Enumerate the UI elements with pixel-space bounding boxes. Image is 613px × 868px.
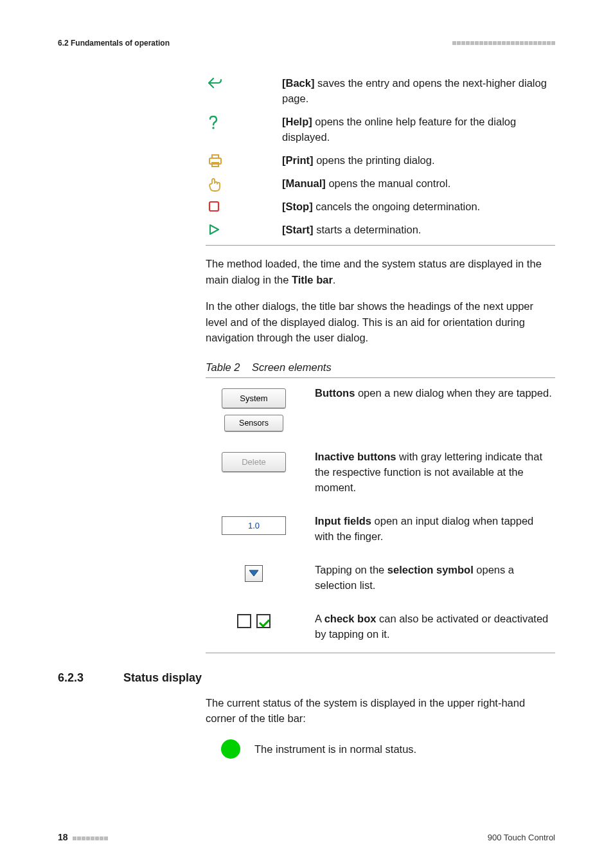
- chevron-down-icon: [249, 570, 259, 577]
- page-number: 18: [58, 832, 68, 842]
- buttons-desc: open a new dialog when they are tapped.: [355, 387, 551, 399]
- print-desc: opens the printing dialog.: [314, 154, 435, 166]
- table-row: A check box can also be activated or dea…: [206, 604, 555, 653]
- buttons-term: Buttons: [315, 387, 355, 399]
- svg-point-0: [212, 127, 214, 129]
- table-row: Tapping on the selection symbol opens a …: [206, 555, 555, 604]
- back-icon: [208, 77, 222, 89]
- status-normal-icon: [221, 739, 240, 759]
- start-desc: starts a determination.: [314, 224, 422, 235]
- header-ornament: [452, 41, 555, 45]
- fixed-buttons-list: [Back] saves the entry and opens the nex…: [206, 72, 555, 246]
- running-header: 6.2 Fundamentals of operation: [58, 39, 170, 48]
- fixed-button-row: [Manual] opens the manual control.: [206, 172, 555, 195]
- back-label: [Back]: [282, 77, 314, 89]
- numeric-input-field[interactable]: 1.0: [222, 516, 286, 535]
- sel-term: selection symbol: [387, 564, 474, 575]
- table-row: 1.0 Input fields open an input dialog wh…: [206, 506, 555, 555]
- print-icon: [208, 154, 222, 167]
- screen-elements-table: System Sensors Buttons open a new dialog…: [206, 377, 555, 653]
- status-normal-text: The instrument is in normal status.: [254, 743, 416, 755]
- title-bar-para: The method loaded, the time and the syst…: [206, 256, 555, 288]
- section-title: Status display: [123, 671, 202, 685]
- status-para: The current status of the system is disp…: [206, 695, 555, 727]
- status-indicator-row: The instrument is in normal status.: [221, 739, 555, 759]
- checkbox-checked[interactable]: [256, 614, 271, 628]
- fixed-button-row: [Start] starts a determination.: [206, 219, 555, 242]
- input-term: Input fields: [315, 515, 371, 527]
- checkbox-unchecked[interactable]: [237, 614, 251, 628]
- fixed-button-row: [Print] opens the printing dialog.: [206, 149, 555, 172]
- stop-icon: [208, 201, 220, 212]
- table-row: System Sensors Buttons open a new dialog…: [206, 378, 555, 442]
- section-number: 6.2.3: [58, 671, 107, 685]
- footer-product: 900 Touch Control: [488, 833, 555, 842]
- help-icon: [208, 116, 218, 130]
- manual-icon: [208, 177, 221, 192]
- back-desc: saves the entry and opens the next-highe…: [282, 77, 547, 104]
- table2-caption: Table 2 Screen elements: [206, 361, 555, 374]
- table-row: Delete Inactive buttons with gray letter…: [206, 442, 555, 506]
- fixed-button-row: [Stop] cancels the ongoing determination…: [206, 195, 555, 219]
- manual-label: [Manual]: [282, 177, 326, 189]
- help-label: [Help]: [282, 116, 312, 127]
- start-icon: [208, 224, 220, 235]
- print-label: [Print]: [282, 154, 314, 166]
- manual-desc: opens the manual control.: [326, 177, 450, 189]
- sel-desc-a: Tapping on the: [315, 564, 387, 575]
- fixed-button-row: [Help] opens the online help feature for…: [206, 111, 555, 149]
- stop-desc: cancels the ongoing determination.: [313, 201, 481, 212]
- cb-desc-a: A: [315, 613, 324, 624]
- nav-aid-para: In the other dialogs, the title bar show…: [206, 298, 555, 346]
- stop-label: [Stop]: [282, 201, 313, 212]
- fixed-button-row: [Back] saves the entry and opens the nex…: [206, 72, 555, 111]
- selection-symbol[interactable]: [245, 565, 263, 582]
- svg-rect-4: [209, 202, 218, 211]
- inactive-term: Inactive buttons: [315, 451, 396, 462]
- delete-button-disabled: Delete: [222, 452, 286, 472]
- footer-ornament: [72, 832, 108, 842]
- help-desc: opens the online help feature for the di…: [282, 116, 516, 143]
- cb-term: check box: [324, 613, 377, 624]
- sensors-button[interactable]: Sensors: [224, 415, 283, 431]
- svg-rect-2: [212, 155, 218, 158]
- system-button[interactable]: System: [222, 388, 286, 408]
- start-label: [Start]: [282, 224, 314, 235]
